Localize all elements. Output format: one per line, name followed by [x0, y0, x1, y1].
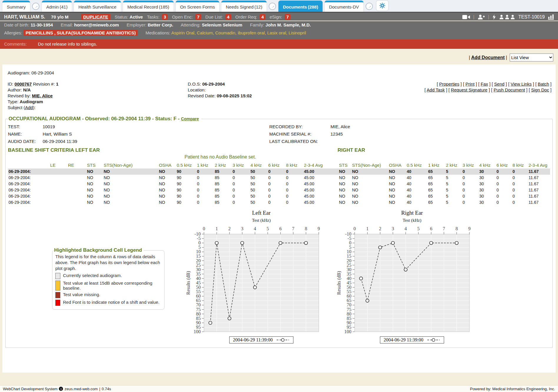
svg-text:100: 100 [194, 329, 201, 333]
external-link-icon[interactable]: → [32, 3, 39, 10]
legend-label: Red Font is to indicate notice of a shif… [63, 300, 160, 306]
actions-row-2: [ Add Task ] [ Request Signature ] [ Pus… [410, 87, 552, 93]
patient-info-panel: Date of birth: 11-30-1954 Email: horner@… [0, 21, 558, 39]
link-send[interactable]: Send [494, 81, 504, 86]
tab-on-screen-forms[interactable]: On Screen Forms [176, 1, 219, 12]
link-fax[interactable]: Fax [481, 81, 488, 86]
link-properties[interactable]: Properties [439, 81, 459, 86]
add-user-icon[interactable] [478, 14, 485, 20]
series-label: 2004-06-29 11:39:00 [384, 337, 424, 343]
gear-icon [379, 2, 386, 9]
audiogram-row: 06-29-2004:NONONO900850500045.00NONONO40… [8, 169, 550, 175]
tab-health-surveillance[interactable]: Health Surveillance [74, 1, 121, 12]
view-mode-select[interactable]: List View [510, 54, 553, 61]
col-header: STS [87, 161, 103, 169]
left-ear-chart: Left EarTest (kHz)0123456789-10-50510152… [186, 210, 324, 343]
last-calibrated [331, 138, 350, 145]
svg-text:7: 7 [443, 226, 445, 231]
tab-admin[interactable]: Admin(41) [42, 1, 72, 12]
svg-text:4: 4 [404, 226, 407, 231]
link-request-signature[interactable]: Request Signature [451, 87, 487, 92]
tab-documents-dv[interactable]: Documents-DV [325, 1, 363, 12]
order-req-count-badge[interactable]: 4 [260, 14, 265, 20]
col-header: OSHA [158, 161, 176, 169]
esign-count-badge[interactable]: 7 [285, 14, 290, 20]
info-icon[interactable]: i [59, 387, 63, 391]
svg-text:Results (dB): Results (dB) [336, 271, 342, 295]
divider: | [488, 14, 489, 20]
tab-summary[interactable]: Summary [2, 1, 30, 12]
svg-text:3: 3 [392, 226, 394, 231]
col-header: 8 kHz [512, 161, 528, 169]
tab-count: (185) [159, 4, 169, 9]
col-header: 8 kHz [285, 161, 303, 169]
arrow-glyph: → [269, 3, 275, 9]
footer-host-link[interactable]: zeus.med-web.com [64, 387, 98, 391]
add-document-link[interactable]: Add Document [471, 55, 505, 60]
allergies-badge[interactable]: PENICILLINS , SULFA(SULFONAMIDE ANTIBIOT… [24, 30, 138, 36]
col-header: LE [49, 161, 67, 169]
link-batch[interactable]: Batch [538, 81, 549, 86]
legend-swatch [55, 300, 60, 306]
svg-text:8: 8 [305, 226, 307, 231]
legend-swatch [55, 281, 60, 291]
col-header: 2-3-4 Avg [303, 161, 328, 169]
svg-text:5: 5 [267, 226, 269, 231]
svg-text:0: 0 [203, 226, 205, 231]
tab-needs-signed[interactable]: Needs Signed(12) [221, 1, 267, 12]
col-header: 2 kHz [445, 161, 462, 169]
svg-text:7: 7 [292, 226, 294, 231]
col-header: OSHA [388, 161, 406, 169]
revised-by-link[interactable]: MIE, Alice [32, 93, 53, 98]
patient-bar-tools: | | TEST-10019 [462, 14, 554, 20]
video-camera-icon[interactable] [462, 15, 470, 19]
due-list-count-badge[interactable]: 4 [225, 14, 231, 20]
document-card: Audiogram: 06-29-2004 ID: 0000767 Revisi… [2, 64, 556, 373]
link-push-document[interactable]: Push Document [494, 87, 525, 92]
compare-link[interactable]: Compare [181, 116, 199, 121]
patient-header-bar: HART, WILLIAM S. 70 y/o M DUPLICATE Stat… [0, 13, 558, 21]
tab-count: (288) [308, 4, 318, 9]
settings-gear-button[interactable] [376, 1, 388, 11]
due-list-field: Due List: 4 [205, 14, 231, 19]
patient-info-row-1: Date of birth: 11-30-1954 Email: horner@… [4, 21, 554, 29]
external-link-icon[interactable]: → [269, 3, 276, 10]
chart-id: TEST-10019 [518, 14, 545, 20]
email-value: horner@mieweb.com [74, 22, 119, 27]
series-label: 2004-06-29 11:39:00 [233, 337, 273, 343]
col-header: STS(Non-Age) [103, 161, 158, 169]
subject-add-link[interactable]: Add [25, 105, 33, 110]
legend-label: Currently selected audiogram. [63, 273, 122, 279]
tab-medical-record[interactable]: Medical Record(185) [123, 1, 174, 12]
legend-label: Test value missing. [63, 292, 100, 298]
document-id-link[interactable]: 0000767 [14, 81, 31, 86]
tab-documents[interactable]: Documents(288) [278, 1, 323, 12]
footer-powered-by: Powered by: Medical Informatics Engineer… [470, 387, 555, 391]
dos-value: 06-29-2004 [202, 81, 225, 86]
link-add-task[interactable]: Add Task [427, 87, 445, 92]
comments-bar: Comments: Do not release info to sibling… [0, 39, 558, 49]
svg-text:1: 1 [215, 226, 218, 231]
cell-legend-description: This legend is for the column & rows of … [55, 254, 161, 271]
svg-text:2: 2 [228, 226, 231, 231]
tab-label: Summary [7, 4, 26, 9]
patient-group-icon[interactable] [499, 15, 515, 19]
external-link-icon[interactable]: → [366, 3, 373, 10]
status-value: Active [129, 14, 143, 19]
open-enc-count-badge[interactable]: 7 [195, 14, 201, 20]
col-header: 2 kHz [214, 161, 232, 169]
link-view-links[interactable]: View Links [511, 81, 532, 86]
type-value: Audiogram [20, 99, 43, 104]
duplicate-badge[interactable]: DUPLICATE [81, 14, 111, 20]
chart-title: Right Ear [336, 210, 475, 216]
audiogram-row: 06-29-2004:NONONO900850500045.00NONONO40… [8, 199, 550, 206]
documents-toolbar: | Add Document | List View [0, 49, 558, 64]
flash-icon[interactable] [492, 14, 496, 20]
audiogram-row: 06-29-2004:NONONO900850500045.00NONONO40… [8, 181, 550, 187]
tasks-count-badge[interactable]: 3 [162, 14, 168, 20]
link-print[interactable]: Print [466, 81, 475, 86]
flowsheet-button[interactable] [548, 14, 554, 20]
tab-label: Documents-DV [329, 4, 359, 9]
footer-system-name: WebChart Development System [3, 387, 57, 391]
link-sign-doc[interactable]: Sign Doc [531, 87, 549, 92]
